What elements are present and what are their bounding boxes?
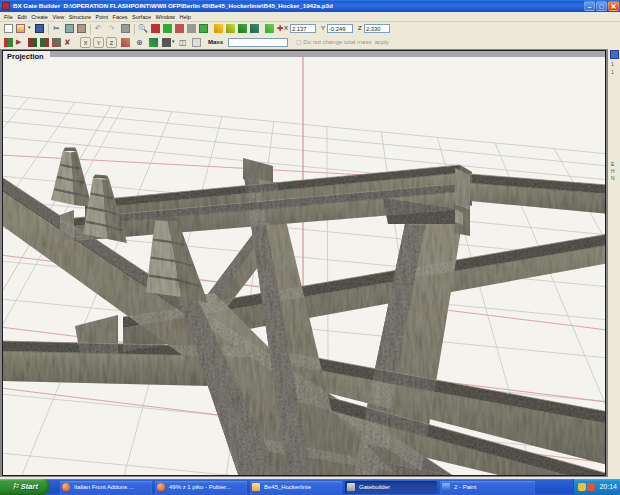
svg-text:Projection: Projection	[7, 52, 44, 61]
